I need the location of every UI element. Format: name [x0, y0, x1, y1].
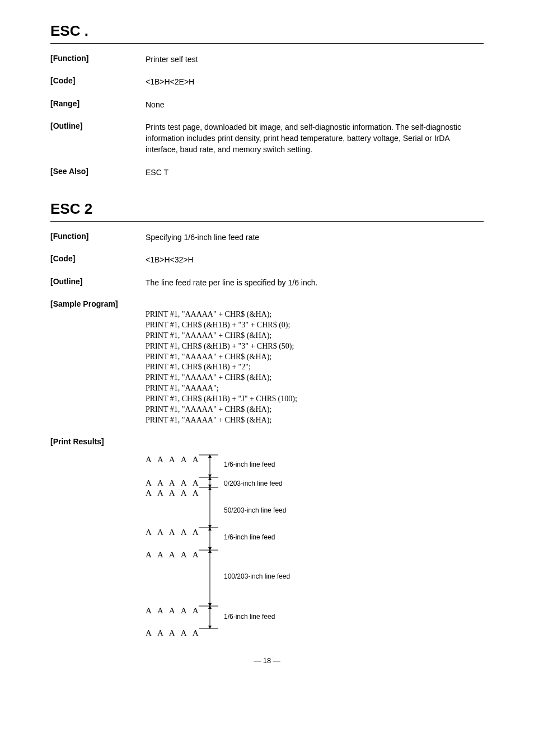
- value-outline: Prints test page, downloaded bit image, …: [146, 121, 484, 156]
- label-function: [Function]: [50, 54, 146, 65]
- label-code2: [Code]: [50, 254, 146, 265]
- esc-dot-title: ESC .: [50, 22, 484, 40]
- code-line: PRINT #1, CHR$ (&H1B) + "3" + CHR$ (0);: [146, 320, 297, 331]
- row-function: [Function] Printer self test: [50, 54, 484, 65]
- code-line: PRINT #1, CHR$ (&H1B) + "3" + CHR$ (50);: [146, 341, 297, 352]
- value-code: <1B>H<2E>H: [146, 76, 194, 87]
- code-line: PRINT #1, "AAAAA" + CHR$ (&HA);: [146, 331, 297, 341]
- code-line: PRINT #1, "AAAAA" + CHR$ (&HA);: [146, 405, 297, 415]
- label-code: [Code]: [50, 76, 146, 87]
- divider: [50, 43, 484, 44]
- row-print-results: [Print Results]: [50, 437, 484, 446]
- row-range: [Range] None: [50, 99, 484, 110]
- label-range: [Range]: [50, 99, 146, 110]
- code-line: PRINT #1, CHR$ (&H1B) + "J" + CHR$ (100)…: [146, 394, 297, 405]
- esc-2-title: ESC 2: [50, 200, 484, 218]
- row-code2: [Code] <1B>H<32>H: [50, 254, 484, 265]
- row-sample: [Sample Program] PRINT #1, "AAAAA" + CHR…: [50, 299, 484, 426]
- value-outline2: The line feed rate per line is specified…: [146, 277, 317, 288]
- code-line: PRINT #1, "AAAAA";: [146, 383, 297, 394]
- code-line: PRINT #1, "AAAAA" + CHR$ (&HA);: [146, 309, 297, 320]
- label-seealso: [See Also]: [50, 167, 146, 178]
- row-outline2: [Outline] The line feed rate per line is…: [50, 277, 484, 288]
- divider: [50, 221, 484, 222]
- value-function2: Specifying 1/6-inch line feed rate: [146, 232, 259, 243]
- label-function2: [Function]: [50, 232, 146, 243]
- label-outline: [Outline]: [50, 121, 146, 156]
- row-code: [Code] <1B>H<2E>H: [50, 76, 484, 87]
- value-range: None: [146, 99, 164, 110]
- code-line: PRINT #1, "AAAAA" + CHR$ (&HA);: [146, 352, 297, 363]
- sample-program-code: PRINT #1, "AAAAA" + CHR$ (&HA); PRINT #1…: [146, 299, 297, 426]
- code-line: PRINT #1, "AAAAA" + CHR$ (&HA);: [146, 415, 297, 426]
- print-results-diagram: A A A A A A A A A A A A A A A A A A A A …: [146, 449, 484, 640]
- row-seealso: [See Also] ESC T: [50, 167, 484, 178]
- row-function2: [Function] Specifying 1/6-inch line feed…: [50, 232, 484, 243]
- code-line: PRINT #1, CHR$ (&H1B) + "2";: [146, 362, 297, 373]
- row-outline: [Outline] Prints test page, downloaded b…: [50, 121, 484, 156]
- value-code2: <1B>H<32>H: [146, 254, 194, 265]
- label-outline2: [Outline]: [50, 277, 146, 288]
- page-number: — 18 —: [50, 656, 484, 665]
- diagram-arrows: [146, 449, 369, 640]
- code-line: PRINT #1, "AAAAA" + CHR$ (&HA);: [146, 373, 297, 383]
- label-print-results: [Print Results]: [50, 437, 146, 446]
- label-sample: [Sample Program]: [50, 299, 146, 426]
- value-seealso: ESC T: [146, 167, 168, 178]
- value-function: Printer self test: [146, 54, 198, 65]
